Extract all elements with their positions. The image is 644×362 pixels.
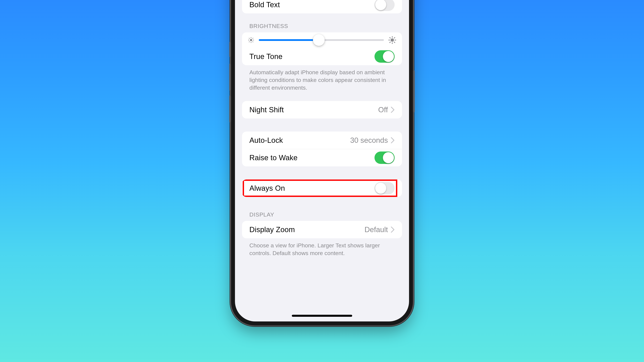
night-shift-value: Off: [378, 106, 388, 114]
bold-text-toggle[interactable]: [374, 0, 394, 11]
brightness-slider[interactable]: [259, 39, 384, 41]
display-zoom-label: Display Zoom: [250, 225, 295, 234]
svg-point-9: [390, 38, 394, 42]
phone-screen: Text Size Bold Text BRIGHTNESS: [235, 0, 409, 322]
volume-up-button: [229, 64, 231, 90]
sun-min-icon: [248, 37, 254, 43]
auto-lock-value: 30 seconds: [350, 136, 388, 144]
bold-text-label: Bold Text: [250, 0, 280, 9]
night-shift-label: Night Shift: [250, 106, 284, 114]
svg-line-5: [249, 38, 250, 38]
true-tone-row: True Tone: [242, 48, 402, 65]
display-zoom-row[interactable]: Display Zoom Default: [242, 221, 402, 238]
raise-to-wake-toggle[interactable]: [374, 151, 394, 164]
auto-lock-label: Auto-Lock: [250, 136, 283, 144]
brightness-thumb[interactable]: [313, 34, 325, 46]
display-group: Display Zoom Default: [242, 221, 402, 238]
svg-line-16: [390, 42, 390, 43]
night-shift-row[interactable]: Night Shift Off: [242, 101, 402, 118]
chevron-right-icon: [391, 137, 394, 143]
always-on-toggle[interactable]: [374, 182, 394, 194]
text-group: Text Size Bold Text: [242, 0, 402, 13]
chevron-right-icon: [391, 107, 394, 113]
raise-to-wake-row: Raise to Wake: [242, 149, 402, 166]
svg-line-14: [390, 37, 390, 38]
volume-down-button: [229, 95, 231, 122]
true-tone-toggle[interactable]: [374, 50, 394, 63]
settings-content[interactable]: Text Size Bold Text BRIGHTNESS: [235, 0, 409, 322]
svg-line-15: [394, 42, 395, 43]
night-shift-group: Night Shift Off: [242, 101, 402, 118]
display-zoom-footer: Choose a view for iPhone. Larger Text sh…: [250, 242, 394, 257]
home-indicator[interactable]: [292, 315, 352, 317]
lock-group: Auto-Lock 30 seconds Raise to Wake: [242, 132, 402, 166]
brightness-group: True Tone: [242, 32, 402, 65]
svg-line-8: [252, 38, 253, 38]
svg-point-0: [250, 39, 252, 41]
bold-text-row: Bold Text: [242, 0, 402, 13]
always-on-group: Always On: [242, 179, 402, 197]
svg-line-6: [252, 41, 253, 42]
phone-frame: Text Size Bold Text BRIGHTNESS: [231, 0, 413, 325]
true-tone-footer: Automatically adapt iPhone display based…: [250, 68, 394, 92]
chevron-right-icon: [391, 227, 394, 233]
svg-line-17: [394, 37, 395, 38]
display-header: DISPLAY: [250, 211, 402, 218]
brightness-header: BRIGHTNESS: [250, 23, 402, 29]
mute-switch: [229, 42, 231, 57]
svg-line-7: [249, 41, 250, 42]
sun-max-icon: [388, 36, 396, 44]
side-button: [413, 70, 415, 112]
display-zoom-value: Default: [364, 225, 388, 234]
raise-to-wake-label: Raise to Wake: [250, 153, 298, 162]
auto-lock-row[interactable]: Auto-Lock 30 seconds: [242, 132, 402, 149]
always-on-label: Always On: [250, 184, 285, 192]
always-on-row: Always On: [242, 179, 402, 197]
brightness-slider-row: [242, 32, 402, 48]
true-tone-label: True Tone: [250, 52, 282, 61]
